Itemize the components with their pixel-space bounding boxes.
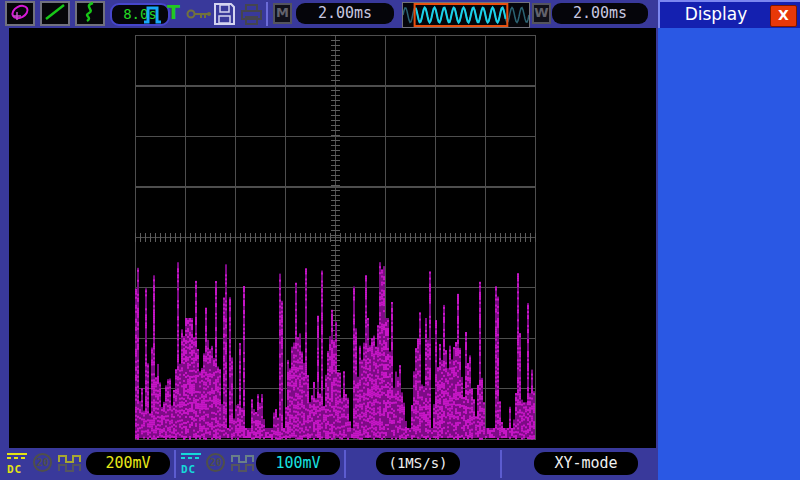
toolbar-divider [266, 2, 268, 26]
ch-a-squarewave-icon[interactable] [58, 454, 84, 477]
ch-a-volts-div-pill[interactable]: 200mV [86, 452, 170, 475]
vectors-icon [43, 2, 67, 26]
statusbar-divider [344, 450, 346, 478]
ch-a-probe-icon[interactable]: 20 [33, 453, 52, 472]
menu-titlebar: Display X [658, 0, 800, 28]
scope-screen [9, 28, 656, 448]
ch-b-volts-div-pill[interactable]: 100mV [256, 452, 340, 475]
main-timebase-pill[interactable]: 2.00ms [296, 3, 394, 24]
print-icon[interactable] [240, 3, 263, 30]
statusbar-divider [500, 450, 502, 478]
trigger-t-button[interactable]: T [167, 1, 180, 23]
vectors-mode-button[interactable] [40, 1, 70, 26]
persistence-button[interactable] [75, 1, 105, 26]
xy-mode-button[interactable] [5, 1, 35, 26]
persistence-squiggle-icon [78, 1, 102, 27]
scope-mode-pill: XY-mode [534, 452, 638, 475]
trace-canvas [135, 35, 535, 440]
display-menu: Display X Type Vectors Dots Persistency … [658, 0, 800, 480]
window-timebase-pill[interactable]: 2.00ms [552, 3, 648, 24]
sample-rate-pill: (1MS/s) [376, 452, 460, 475]
waveform-preview[interactable] [402, 2, 530, 28]
ch-b-coupling-icon[interactable]: DC [181, 453, 205, 476]
ch-a-coupling-icon[interactable]: DC [7, 453, 31, 476]
toolbar: 8.0s T M 2.00ms W 2.00ms [0, 0, 658, 28]
xy-icon [8, 2, 32, 26]
window-timebase-w-button[interactable]: W [532, 3, 551, 24]
save-icon[interactable] [213, 2, 236, 30]
close-icon[interactable]: X [770, 5, 797, 27]
menu-title: Display [660, 4, 772, 24]
main-timebase-m-button[interactable]: M [273, 3, 292, 24]
ch-b-squarewave-icon[interactable] [231, 454, 257, 477]
trigger-edge-icon[interactable] [142, 3, 164, 30]
ch-b-probe-icon[interactable]: 20 [206, 453, 225, 472]
status-bar: DC 20 200mV DC 20 100mV (1MS/s) XY-mode [0, 448, 658, 480]
waveform-preview-canvas [403, 3, 529, 27]
statusbar-divider [174, 450, 176, 478]
key-lock-icon[interactable] [186, 7, 212, 26]
